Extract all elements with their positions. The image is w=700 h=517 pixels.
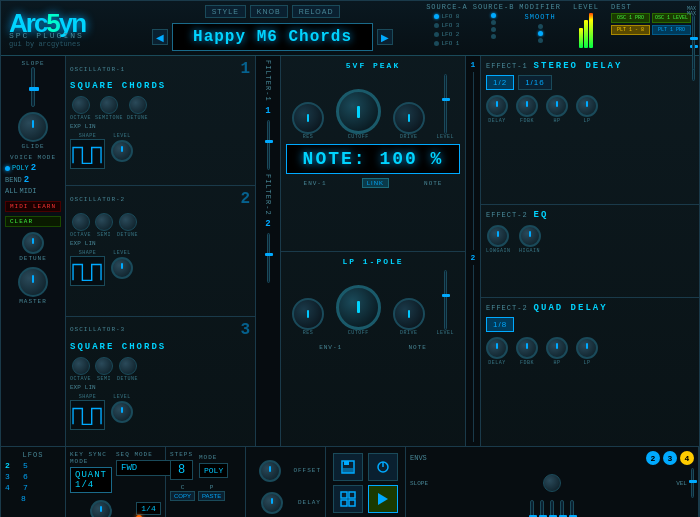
filter-1-strip: FILTER-1 1 FILTER-2 2 (256, 56, 281, 446)
delay-knob[interactable] (261, 492, 283, 514)
slope-section: SLOPE (5, 60, 61, 107)
copy-button[interactable]: COPY (170, 491, 195, 501)
osc1-detune-knob[interactable] (129, 96, 147, 114)
effect1-fdbk-knob[interactable] (516, 95, 538, 117)
init-button[interactable] (368, 453, 398, 481)
slope-slider[interactable] (31, 67, 35, 107)
osc3-detune-group: DETUNE (117, 356, 138, 382)
env-badge-3[interactable]: 3 (663, 451, 677, 465)
filter2-cutoff-knob[interactable] (336, 285, 381, 330)
eq-lowgain-knob[interactable] (487, 225, 509, 247)
filter2-res-knob[interactable] (292, 298, 324, 330)
osc2-octave-knob[interactable] (72, 213, 90, 231)
osc1-level-group: LEVEL (111, 133, 133, 169)
envs-label: ENVS (410, 454, 427, 462)
filter1-drive-knob[interactable] (393, 102, 425, 134)
rnd-button[interactable] (333, 485, 363, 513)
filter-1-vslider[interactable] (267, 120, 270, 170)
osc2-lin-label: LIN (85, 240, 96, 247)
adsr-h-slider[interactable] (540, 500, 544, 517)
effect1-lp-knob[interactable] (576, 95, 598, 117)
effect3-delay-knob[interactable] (486, 337, 508, 359)
clear-button[interactable]: CLEAR (5, 216, 61, 227)
osc3-semitone-knob[interactable] (95, 357, 113, 375)
osc1-shape-display[interactable] (70, 139, 105, 169)
osc3-level-knob[interactable] (111, 401, 133, 423)
filter1-res-knob[interactable] (292, 102, 324, 134)
offset-knob[interactable] (259, 460, 281, 482)
effect1-section: EFFECT-1 STEREO DELAY 1/2 1/16 DELAY FDB… (481, 56, 699, 205)
filter2-level-slider[interactable] (444, 270, 447, 330)
save-button[interactable] (333, 453, 363, 481)
effect3-hp-knob[interactable] (546, 337, 568, 359)
osc3-semitone-group: SEMI (95, 356, 113, 382)
master-knob[interactable] (18, 267, 48, 297)
filter2-section: LP 1-POLE RES CUTOFF DRIVE (281, 252, 465, 447)
effect1-delay-knob[interactable] (486, 95, 508, 117)
dest-btn-2[interactable]: OSC 1 LEVEL (652, 13, 691, 23)
filter1-cutoff-knob[interactable] (336, 89, 381, 134)
midi-label: MIDI (20, 187, 37, 195)
effect3-fdbk-knob[interactable] (516, 337, 538, 359)
osc1-semitone-knob[interactable] (100, 96, 118, 114)
adsr-r-slider[interactable] (570, 500, 574, 517)
filter1-level-slider[interactable] (444, 74, 447, 134)
dest-btn-4[interactable]: PLT 1 PRO (652, 25, 691, 35)
env-badge-2[interactable]: 2 (646, 451, 660, 465)
effect1-name: STEREO DELAY (534, 61, 623, 71)
level-panel: LEVEL (566, 3, 606, 48)
effect1-delay-label: DELAY (488, 118, 506, 124)
paste-button[interactable]: PASTE (198, 491, 225, 501)
style-button[interactable]: STYLE (205, 5, 246, 18)
eq-higain-knob[interactable] (519, 225, 541, 247)
clear-section: CLEAR (5, 216, 61, 227)
steps-mode-section: STEPS 8 MODE POLY C COPY P PASTE (166, 447, 246, 517)
effect3-max-slider[interactable] (692, 15, 695, 70)
lfo-rate-knob[interactable] (90, 500, 112, 517)
env-badge-4[interactable]: 4 (680, 451, 694, 465)
effect3-ratio-button[interactable]: 1/8 (486, 317, 514, 332)
adsr-s-slider[interactable] (560, 500, 564, 517)
route-button[interactable] (368, 485, 398, 513)
osc1-octave-knob[interactable] (72, 96, 90, 114)
osc2-semitone-knob[interactable] (95, 213, 113, 231)
osc3-shape-display[interactable] (70, 400, 105, 430)
adsr-a-slider[interactable] (530, 500, 534, 517)
filter2-drive-knob[interactable] (393, 298, 425, 330)
filter1-drive-group: DRIVE (393, 102, 425, 140)
reload-button[interactable]: RELOAD (292, 5, 341, 18)
osc1-section: OSCILLATOR-1 1 SQUARE CHORDS OCTAVE SEMI… (66, 56, 255, 186)
osc1-level-knob[interactable] (111, 140, 133, 162)
offset-label: OFFSET (293, 467, 321, 474)
effect1-hp-knob[interactable] (546, 95, 568, 117)
effect1-ratio1-button[interactable]: 1/2 (486, 75, 514, 90)
prev-preset-button[interactable]: ◀ (152, 29, 168, 45)
adsr-d-slider[interactable] (550, 500, 554, 517)
osc2-level-knob[interactable] (111, 257, 133, 279)
adsr-d-group: D (550, 500, 554, 517)
next-preset-button[interactable]: ▶ (377, 29, 393, 45)
glide-knob[interactable] (18, 112, 48, 142)
detune-knob[interactable] (22, 232, 44, 254)
vel-env-slider[interactable] (691, 468, 694, 498)
filter-2-vslider[interactable] (267, 233, 270, 283)
env-slope-knob[interactable] (543, 474, 561, 492)
dest-btn-3[interactable]: PLT 1 - 8 (611, 25, 650, 35)
effect3-lp-knob[interactable] (576, 337, 598, 359)
filter1-link-button[interactable]: LINK (362, 178, 389, 188)
dest-btn-1[interactable]: OSC 1 PRO (611, 13, 650, 23)
osc3-detune-label: DETUNE (117, 376, 138, 382)
osc3-detune-knob[interactable] (119, 357, 137, 375)
knob-button[interactable]: KNOB (250, 5, 288, 18)
filter1-level-group: LEVEL (437, 74, 455, 140)
lfo-item-3: 4 7 (5, 483, 61, 492)
midi-learn-button[interactable]: MIDI LEARN (5, 201, 61, 212)
osc2-shape-display[interactable] (70, 256, 105, 286)
osc1-level-label: LEVEL (111, 133, 133, 139)
osc3-octave-knob[interactable] (72, 357, 90, 375)
osc2-number: 2 (240, 190, 251, 208)
filter2-env-row: ENV-1 NOTE (286, 344, 460, 351)
effect1-ratio2-button[interactable]: 1/16 (518, 75, 552, 90)
osc2-shape-level: SHAPE LEVEL (70, 250, 251, 286)
osc2-detune-knob[interactable] (119, 213, 137, 231)
